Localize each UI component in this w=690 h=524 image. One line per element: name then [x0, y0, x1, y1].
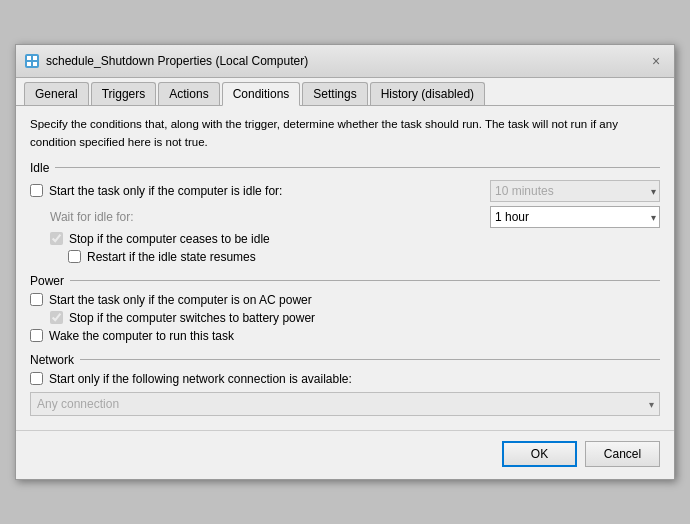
ok-button[interactable]: OK	[502, 441, 577, 467]
description-text: Specify the conditions that, along with …	[30, 116, 660, 151]
close-button[interactable]: ×	[646, 51, 666, 71]
idle-start-checkbox[interactable]	[30, 184, 43, 197]
battery-label: Stop if the computer switches to battery…	[69, 311, 315, 325]
battery-checkbox[interactable]	[50, 311, 63, 324]
window-title: schedule_Shutdown Properties (Local Comp…	[46, 54, 308, 68]
main-window: schedule_Shutdown Properties (Local Comp…	[15, 44, 675, 480]
tab-general[interactable]: General	[24, 82, 89, 105]
idle-section-header: Idle	[30, 161, 660, 175]
wait-for-idle-label: Wait for idle for:	[30, 210, 490, 224]
ac-power-checkbox-label[interactable]: Start the task only if the computer is o…	[30, 293, 312, 307]
idle-duration-dropdown-container: 10 minutes ▾	[490, 180, 660, 202]
svg-rect-3	[27, 62, 31, 66]
wake-checkbox[interactable]	[30, 329, 43, 342]
network-dropdown-container: Any connection ▾	[30, 392, 660, 416]
restart-if-resumes-label: Restart if the idle state resumes	[87, 250, 256, 264]
restart-if-resumes-row: Restart if the idle state resumes	[30, 250, 660, 264]
network-connection-label: Start only if the following network conn…	[49, 372, 352, 386]
network-checkbox-label[interactable]: Start only if the following network conn…	[30, 372, 352, 386]
tab-settings[interactable]: Settings	[302, 82, 367, 105]
wait-for-idle-dropdown-container: 1 hour ▾	[490, 206, 660, 228]
stop-if-ceases-row: Stop if the computer ceases to be idle	[30, 232, 660, 246]
wake-label: Wake the computer to run this task	[49, 329, 234, 343]
svg-rect-1	[27, 56, 31, 60]
tab-conditions[interactable]: Conditions	[222, 82, 301, 106]
power-section-header: Power	[30, 274, 660, 288]
ac-power-row: Start the task only if the computer is o…	[30, 293, 660, 307]
svg-rect-4	[33, 62, 37, 66]
window-icon	[24, 53, 40, 69]
idle-label: Idle	[30, 161, 49, 175]
button-row: OK Cancel	[16, 430, 674, 479]
network-section-header: Network	[30, 353, 660, 367]
tab-actions[interactable]: Actions	[158, 82, 219, 105]
title-bar: schedule_Shutdown Properties (Local Comp…	[16, 45, 674, 78]
restart-if-resumes-checkbox[interactable]	[68, 250, 81, 263]
ac-power-checkbox[interactable]	[30, 293, 43, 306]
svg-rect-2	[33, 56, 37, 60]
wait-for-idle-row: Wait for idle for: 1 hour ▾	[30, 206, 660, 228]
title-bar-left: schedule_Shutdown Properties (Local Comp…	[24, 53, 308, 69]
battery-row: Stop if the computer switches to battery…	[30, 311, 660, 325]
idle-divider	[55, 167, 660, 168]
stop-if-ceases-checkbox[interactable]	[50, 232, 63, 245]
power-divider	[70, 280, 660, 281]
tab-triggers[interactable]: Triggers	[91, 82, 157, 105]
restart-if-resumes-checkbox-label[interactable]: Restart if the idle state resumes	[68, 250, 256, 264]
stop-if-ceases-label: Stop if the computer ceases to be idle	[69, 232, 270, 246]
cancel-button[interactable]: Cancel	[585, 441, 660, 467]
battery-checkbox-label[interactable]: Stop if the computer switches to battery…	[50, 311, 315, 325]
network-divider	[80, 359, 660, 360]
network-label: Network	[30, 353, 74, 367]
stop-if-ceases-checkbox-label[interactable]: Stop if the computer ceases to be idle	[50, 232, 270, 246]
idle-start-checkbox-label[interactable]: Start the task only if the computer is i…	[30, 184, 282, 198]
idle-start-label: Start the task only if the computer is i…	[49, 184, 282, 198]
power-label: Power	[30, 274, 64, 288]
network-connection-row: Start only if the following network conn…	[30, 372, 660, 386]
wake-checkbox-label[interactable]: Wake the computer to run this task	[30, 329, 234, 343]
tab-history[interactable]: History (disabled)	[370, 82, 485, 105]
wake-row: Wake the computer to run this task	[30, 329, 660, 343]
ac-power-label: Start the task only if the computer is o…	[49, 293, 312, 307]
idle-for-row: Start the task only if the computer is i…	[30, 180, 660, 202]
wait-for-idle-dropdown[interactable]: 1 hour	[490, 206, 660, 228]
tab-content: Specify the conditions that, along with …	[16, 106, 674, 426]
tab-bar: General Triggers Actions Conditions Sett…	[16, 78, 674, 106]
idle-duration-dropdown[interactable]: 10 minutes	[490, 180, 660, 202]
network-checkbox[interactable]	[30, 372, 43, 385]
network-dropdown[interactable]: Any connection	[30, 392, 660, 416]
